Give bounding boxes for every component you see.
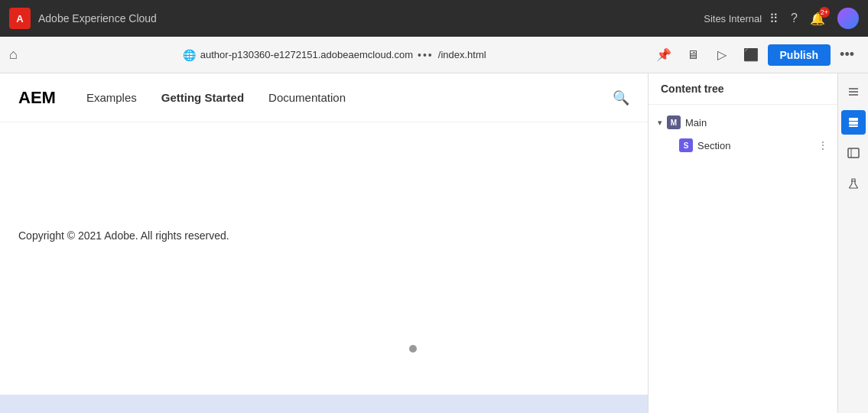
content-tree-panel: Content tree ▾ M Main S Section ⋮ (648, 73, 837, 413)
pin-button[interactable]: 📌 (652, 43, 676, 67)
aem-logo: AEM (18, 88, 56, 108)
svg-rect-4 (849, 122, 858, 125)
layers-tool-button[interactable] (841, 110, 866, 135)
preview-area: AEM Examples Getting Started Documentati… (0, 73, 648, 413)
sites-label: Sites Internal (704, 13, 762, 24)
svg-rect-3 (849, 118, 858, 121)
app-name: Adobe Experience Cloud (38, 12, 157, 24)
top-bar-icons: ⠿ ? 🔔 2+ (769, 8, 859, 29)
tree-item-main[interactable]: ▾ M Main (649, 111, 837, 134)
address-actions: 📌 🖥 ▷ ⬛ Publish ••• (652, 43, 859, 67)
chevron-down-icon: ▾ (658, 118, 662, 128)
address-bar: ⌂ 🌐 author-p130360-e1272151.adobeaemclou… (0, 37, 868, 73)
play-button[interactable]: ▷ (710, 43, 734, 67)
nav-links: Examples Getting Started Documentation (86, 91, 613, 104)
help-icon[interactable]: ? (791, 11, 798, 25)
more-options-button[interactable]: ••• (835, 44, 859, 66)
url-host: author-p130360-e1272151.adobeaemcloud.co… (200, 49, 413, 60)
main-layout: AEM Examples Getting Started Documentati… (0, 73, 868, 413)
notification-icon[interactable]: 🔔 2+ (810, 11, 825, 26)
side-toolbar (837, 73, 868, 413)
adobe-logo: A (9, 8, 31, 29)
tree-section-label: Section (697, 140, 730, 151)
cursor (409, 345, 417, 353)
properties-tool-button[interactable] (841, 141, 866, 165)
top-bar: A Adobe Experience Cloud Sites Internal … (0, 0, 868, 37)
tree-item-section[interactable]: S Section ⋮ (649, 134, 837, 157)
flask-tool-button[interactable] (841, 171, 866, 196)
search-icon[interactable]: 🔍 (613, 89, 629, 106)
nav-link-getting-started[interactable]: Getting Started (161, 91, 244, 104)
url-path: /index.html (438, 49, 486, 60)
tablet-view-button[interactable]: ⬛ (739, 43, 763, 67)
tree-main-label: Main (685, 117, 707, 128)
notification-badge: 2+ (819, 7, 830, 18)
main-tree-icon: M (667, 115, 681, 129)
page-footer (0, 395, 648, 413)
nav-link-documentation[interactable]: Documentation (268, 91, 346, 104)
filter-tool-button[interactable] (841, 80, 866, 104)
section-tree-icon: S (679, 138, 693, 152)
page-content: Copyright © 2021 Adobe. All rights reser… (0, 122, 648, 272)
svg-rect-6 (848, 148, 859, 158)
nav-link-examples[interactable]: Examples (86, 91, 137, 104)
globe-icon: 🌐 (183, 49, 196, 61)
content-tree-header: Content tree (649, 73, 837, 105)
desktop-view-button[interactable]: 🖥 (681, 43, 705, 67)
copyright-text: Copyright © 2021 Adobe. All rights reser… (18, 229, 629, 242)
home-icon[interactable]: ⌂ (9, 47, 18, 63)
waffle-icon[interactable]: ⠿ (769, 11, 779, 26)
user-avatar[interactable] (837, 8, 859, 29)
aem-navigation: AEM Examples Getting Started Documentati… (0, 73, 648, 122)
section-more-icon[interactable]: ⋮ (818, 139, 828, 151)
svg-rect-5 (849, 125, 858, 127)
publish-button[interactable]: Publish (768, 44, 831, 66)
address-area: 🌐 author-p130360-e1272151.adobeaemcloud.… (24, 49, 645, 61)
url-dots[interactable]: ••• (418, 49, 434, 61)
tree-body: ▾ M Main S Section ⋮ (649, 105, 837, 413)
